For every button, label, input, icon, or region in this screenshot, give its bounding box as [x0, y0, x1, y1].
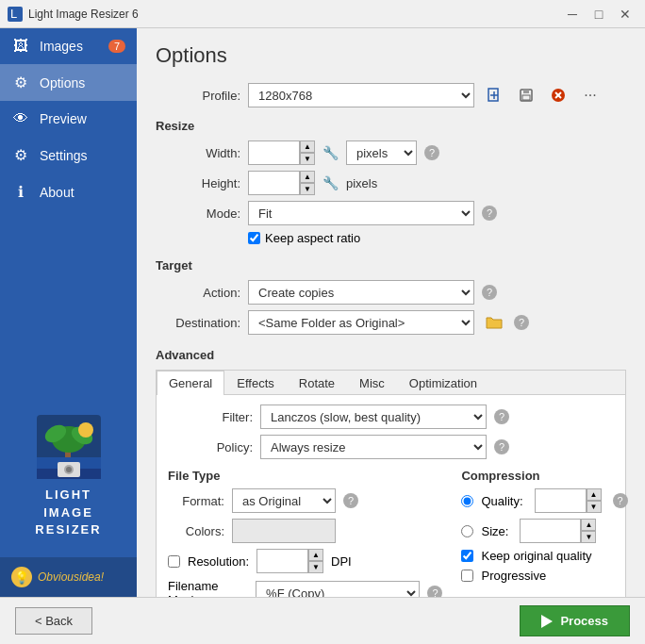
- width-up-button[interactable]: ▲: [300, 140, 315, 153]
- profile-new-button[interactable]: [482, 83, 506, 107]
- destination-folder-button[interactable]: [482, 310, 506, 335]
- settings-icon: ⚙: [11, 146, 30, 164]
- destination-label: Destination:: [156, 316, 240, 330]
- filetype-label: File Type: [168, 469, 442, 483]
- profile-delete-button[interactable]: [546, 83, 571, 107]
- colors-input: Automatic: [232, 519, 336, 543]
- keep-quality-row: Keep original quality: [461, 549, 627, 563]
- mode-label: Mode:: [156, 206, 240, 221]
- target-section-label: Target: [156, 258, 626, 272]
- svg-rect-18: [522, 95, 530, 100]
- sidebar-item-images[interactable]: 🖼 Images 7: [0, 28, 137, 64]
- quality-up-button[interactable]: ▲: [587, 488, 602, 501]
- back-button[interactable]: < Back: [15, 607, 92, 635]
- width-input[interactable]: 1280: [248, 140, 300, 165]
- filter-label: Filter:: [168, 410, 253, 424]
- resolution-up-button[interactable]: ▲: [308, 549, 323, 561]
- svg-text:L: L: [10, 7, 17, 21]
- app-icon: L: [8, 7, 23, 22]
- resolution-spinner: 96 ▲ ▼: [256, 549, 323, 573]
- about-icon: ℹ: [11, 183, 30, 201]
- size-down-button[interactable]: ▼: [581, 531, 596, 543]
- size-radio[interactable]: [461, 525, 473, 537]
- tab-optimization[interactable]: Optimization: [397, 371, 489, 395]
- close-button[interactable]: ✕: [613, 4, 637, 25]
- keep-quality-checkbox[interactable]: [461, 550, 473, 562]
- logo-text: LIGHT IMAGE RESIZER: [35, 487, 101, 538]
- main-layout: 🖼 Images 7 ⚙ Options 👁 Preview ⚙ Setting…: [0, 28, 645, 597]
- height-spinner: 768 ▲ ▼: [248, 171, 315, 195]
- images-icon: 🖼: [11, 38, 30, 55]
- resize-section-label: Resize: [156, 119, 626, 133]
- tab-effects[interactable]: Effects: [224, 371, 287, 395]
- minimize-button[interactable]: ─: [560, 4, 585, 25]
- sidebar-item-preview[interactable]: 👁 Preview: [0, 101, 137, 137]
- profile-save-button[interactable]: [514, 83, 538, 107]
- quality-spinner: 90% ▲ ▼: [535, 488, 602, 513]
- format-help-icon[interactable]: ?: [343, 493, 358, 508]
- action-row: Action: Create copies ?: [156, 280, 626, 305]
- width-row: Width: 1280 ▲ ▼ 🔧 pixels ?: [156, 140, 626, 165]
- size-label: Size:: [481, 524, 508, 538]
- width-help-icon[interactable]: ?: [424, 145, 439, 160]
- filename-select[interactable]: %F (Copy): [256, 581, 420, 597]
- quality-help-icon[interactable]: ?: [613, 493, 628, 508]
- height-row: Height: 768 ▲ ▼ 🔧 pixels: [156, 171, 626, 195]
- tab-general[interactable]: General: [157, 371, 224, 395]
- action-select[interactable]: Create copies: [248, 280, 474, 305]
- size-input[interactable]: 100 KB: [520, 519, 581, 543]
- keep-aspect-label: Keep aspect ratio: [265, 231, 360, 245]
- mode-select[interactable]: Fit: [248, 201, 474, 225]
- filetype-section: File Type Format: as Original ? Colors: …: [168, 469, 442, 597]
- format-select[interactable]: as Original: [232, 488, 336, 513]
- policy-help-icon[interactable]: ?: [494, 439, 509, 454]
- advanced-section-label: Advanced: [156, 348, 626, 362]
- svg-rect-17: [523, 90, 529, 93]
- width-down-button[interactable]: ▼: [300, 153, 315, 165]
- quality-row: Quality: 90% ▲ ▼ ?: [461, 488, 627, 513]
- action-label: Action:: [156, 286, 240, 300]
- tab-misc[interactable]: Misc: [347, 371, 397, 395]
- destination-row: Destination: <Same Folder as Original> ?: [156, 310, 626, 335]
- destination-help-icon[interactable]: ?: [514, 315, 529, 330]
- profile-select[interactable]: 1280x768: [248, 83, 474, 107]
- process-label: Process: [560, 614, 608, 628]
- filename-label: Filename Mask:: [168, 579, 242, 597]
- height-spinner-buttons: ▲ ▼: [300, 171, 315, 195]
- quality-input[interactable]: 90%: [535, 488, 587, 513]
- filter-help-icon[interactable]: ?: [494, 409, 509, 424]
- process-button[interactable]: Process: [520, 605, 630, 636]
- sidebar-item-options[interactable]: ⚙ Options: [0, 64, 137, 101]
- policy-row: Policy: Always resize ?: [168, 435, 614, 459]
- width-unit-select[interactable]: pixels: [346, 140, 417, 165]
- sidebar-item-about[interactable]: ℹ About: [0, 173, 137, 210]
- height-input[interactable]: 768: [248, 171, 300, 195]
- destination-select[interactable]: <Same Folder as Original>: [248, 310, 474, 335]
- keep-aspect-checkbox[interactable]: [248, 232, 260, 244]
- width-wrench-icon[interactable]: 🔧: [322, 145, 339, 160]
- height-down-button[interactable]: ▼: [300, 183, 315, 195]
- resolution-down-button[interactable]: ▼: [308, 561, 323, 573]
- progressive-checkbox[interactable]: [461, 570, 473, 582]
- resolution-input[interactable]: 96: [256, 549, 308, 573]
- svg-point-12: [66, 467, 72, 472]
- filter-select[interactable]: Lanczos (slow, best quality): [260, 405, 487, 429]
- sidebar: 🖼 Images 7 ⚙ Options 👁 Preview ⚙ Setting…: [0, 28, 137, 597]
- action-help-icon[interactable]: ?: [482, 285, 497, 300]
- size-up-button[interactable]: ▲: [581, 519, 596, 531]
- quality-radio[interactable]: [461, 495, 473, 507]
- options-icon: ⚙: [11, 74, 30, 91]
- height-wrench-icon[interactable]: 🔧: [322, 175, 339, 190]
- mode-help-icon[interactable]: ?: [482, 206, 497, 221]
- tab-rotate[interactable]: Rotate: [287, 371, 347, 395]
- maximize-button[interactable]: □: [587, 4, 611, 25]
- bottom-bar: < Back Process: [0, 597, 645, 644]
- sidebar-item-settings[interactable]: ⚙ Settings: [0, 137, 137, 173]
- profile-more-button[interactable]: ···: [578, 83, 603, 107]
- policy-select[interactable]: Always resize: [260, 435, 487, 459]
- quality-down-button[interactable]: ▼: [587, 501, 602, 513]
- filename-help-icon[interactable]: ?: [427, 586, 442, 597]
- resolution-checkbox[interactable]: [168, 555, 180, 568]
- titlebar: L Light Image Resizer 6 ─ □ ✕: [0, 0, 645, 28]
- height-up-button[interactable]: ▲: [300, 171, 315, 183]
